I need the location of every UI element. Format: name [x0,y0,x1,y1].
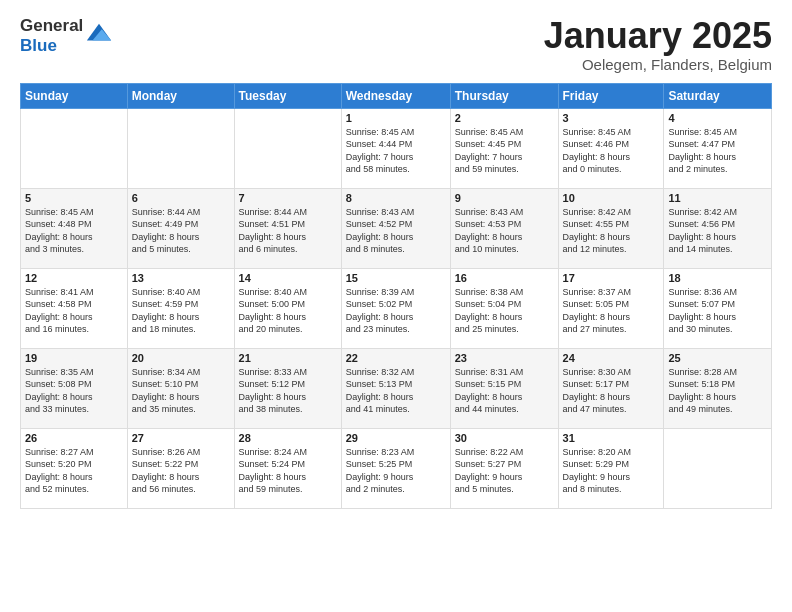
logo-general: General [20,16,83,36]
day-number: 16 [455,272,554,284]
week-row-5: 26Sunrise: 8:27 AM Sunset: 5:20 PM Dayli… [21,428,772,508]
calendar-cell: 31Sunrise: 8:20 AM Sunset: 5:29 PM Dayli… [558,428,664,508]
day-info: Sunrise: 8:43 AM Sunset: 4:52 PM Dayligh… [346,206,446,256]
day-number: 23 [455,352,554,364]
day-info: Sunrise: 8:30 AM Sunset: 5:17 PM Dayligh… [563,366,660,416]
day-info: Sunrise: 8:42 AM Sunset: 4:56 PM Dayligh… [668,206,767,256]
header: General Blue January 2025 Oelegem, Fland… [20,16,772,73]
calendar-cell: 14Sunrise: 8:40 AM Sunset: 5:00 PM Dayli… [234,268,341,348]
day-number: 13 [132,272,230,284]
calendar-cell: 1Sunrise: 8:45 AM Sunset: 4:44 PM Daylig… [341,108,450,188]
day-number: 31 [563,432,660,444]
day-info: Sunrise: 8:45 AM Sunset: 4:46 PM Dayligh… [563,126,660,176]
calendar-cell: 8Sunrise: 8:43 AM Sunset: 4:52 PM Daylig… [341,188,450,268]
day-info: Sunrise: 8:28 AM Sunset: 5:18 PM Dayligh… [668,366,767,416]
weekday-header-thursday: Thursday [450,83,558,108]
month-title: January 2025 [544,16,772,56]
day-number: 7 [239,192,337,204]
calendar-cell: 24Sunrise: 8:30 AM Sunset: 5:17 PM Dayli… [558,348,664,428]
day-info: Sunrise: 8:39 AM Sunset: 5:02 PM Dayligh… [346,286,446,336]
calendar-cell: 27Sunrise: 8:26 AM Sunset: 5:22 PM Dayli… [127,428,234,508]
calendar-cell [234,108,341,188]
day-number: 18 [668,272,767,284]
calendar-cell: 13Sunrise: 8:40 AM Sunset: 4:59 PM Dayli… [127,268,234,348]
day-number: 15 [346,272,446,284]
logo: General Blue [20,16,113,55]
calendar-cell: 23Sunrise: 8:31 AM Sunset: 5:15 PM Dayli… [450,348,558,428]
weekday-header-row: SundayMondayTuesdayWednesdayThursdayFrid… [21,83,772,108]
day-info: Sunrise: 8:20 AM Sunset: 5:29 PM Dayligh… [563,446,660,496]
day-info: Sunrise: 8:31 AM Sunset: 5:15 PM Dayligh… [455,366,554,416]
day-info: Sunrise: 8:44 AM Sunset: 4:51 PM Dayligh… [239,206,337,256]
week-row-1: 1Sunrise: 8:45 AM Sunset: 4:44 PM Daylig… [21,108,772,188]
week-row-4: 19Sunrise: 8:35 AM Sunset: 5:08 PM Dayli… [21,348,772,428]
day-number: 1 [346,112,446,124]
logo-icon [85,20,113,48]
day-info: Sunrise: 8:24 AM Sunset: 5:24 PM Dayligh… [239,446,337,496]
day-number: 30 [455,432,554,444]
calendar-cell: 6Sunrise: 8:44 AM Sunset: 4:49 PM Daylig… [127,188,234,268]
calendar-cell: 5Sunrise: 8:45 AM Sunset: 4:48 PM Daylig… [21,188,128,268]
day-info: Sunrise: 8:34 AM Sunset: 5:10 PM Dayligh… [132,366,230,416]
day-info: Sunrise: 8:41 AM Sunset: 4:58 PM Dayligh… [25,286,123,336]
calendar-cell: 2Sunrise: 8:45 AM Sunset: 4:45 PM Daylig… [450,108,558,188]
day-number: 25 [668,352,767,364]
calendar-cell: 9Sunrise: 8:43 AM Sunset: 4:53 PM Daylig… [450,188,558,268]
day-info: Sunrise: 8:40 AM Sunset: 4:59 PM Dayligh… [132,286,230,336]
day-info: Sunrise: 8:33 AM Sunset: 5:12 PM Dayligh… [239,366,337,416]
calendar-cell [664,428,772,508]
day-number: 3 [563,112,660,124]
calendar-cell: 3Sunrise: 8:45 AM Sunset: 4:46 PM Daylig… [558,108,664,188]
day-number: 27 [132,432,230,444]
calendar-cell: 18Sunrise: 8:36 AM Sunset: 5:07 PM Dayli… [664,268,772,348]
day-number: 29 [346,432,446,444]
calendar-cell: 28Sunrise: 8:24 AM Sunset: 5:24 PM Dayli… [234,428,341,508]
day-info: Sunrise: 8:38 AM Sunset: 5:04 PM Dayligh… [455,286,554,336]
weekday-header-tuesday: Tuesday [234,83,341,108]
calendar-cell: 20Sunrise: 8:34 AM Sunset: 5:10 PM Dayli… [127,348,234,428]
calendar-cell: 4Sunrise: 8:45 AM Sunset: 4:47 PM Daylig… [664,108,772,188]
title-block: January 2025 Oelegem, Flanders, Belgium [544,16,772,73]
calendar-cell: 19Sunrise: 8:35 AM Sunset: 5:08 PM Dayli… [21,348,128,428]
weekday-header-saturday: Saturday [664,83,772,108]
day-info: Sunrise: 8:44 AM Sunset: 4:49 PM Dayligh… [132,206,230,256]
day-number: 10 [563,192,660,204]
calendar-cell: 11Sunrise: 8:42 AM Sunset: 4:56 PM Dayli… [664,188,772,268]
day-number: 17 [563,272,660,284]
day-number: 4 [668,112,767,124]
day-number: 12 [25,272,123,284]
week-row-2: 5Sunrise: 8:45 AM Sunset: 4:48 PM Daylig… [21,188,772,268]
day-info: Sunrise: 8:26 AM Sunset: 5:22 PM Dayligh… [132,446,230,496]
day-info: Sunrise: 8:32 AM Sunset: 5:13 PM Dayligh… [346,366,446,416]
day-number: 19 [25,352,123,364]
calendar-cell: 29Sunrise: 8:23 AM Sunset: 5:25 PM Dayli… [341,428,450,508]
week-row-3: 12Sunrise: 8:41 AM Sunset: 4:58 PM Dayli… [21,268,772,348]
day-number: 14 [239,272,337,284]
day-info: Sunrise: 8:27 AM Sunset: 5:20 PM Dayligh… [25,446,123,496]
calendar-cell: 16Sunrise: 8:38 AM Sunset: 5:04 PM Dayli… [450,268,558,348]
page: General Blue January 2025 Oelegem, Fland… [0,0,792,519]
calendar: SundayMondayTuesdayWednesdayThursdayFrid… [20,83,772,509]
day-info: Sunrise: 8:45 AM Sunset: 4:45 PM Dayligh… [455,126,554,176]
day-number: 5 [25,192,123,204]
day-info: Sunrise: 8:40 AM Sunset: 5:00 PM Dayligh… [239,286,337,336]
day-info: Sunrise: 8:42 AM Sunset: 4:55 PM Dayligh… [563,206,660,256]
day-number: 28 [239,432,337,444]
calendar-cell: 10Sunrise: 8:42 AM Sunset: 4:55 PM Dayli… [558,188,664,268]
weekday-header-monday: Monday [127,83,234,108]
day-info: Sunrise: 8:45 AM Sunset: 4:47 PM Dayligh… [668,126,767,176]
day-number: 9 [455,192,554,204]
day-number: 6 [132,192,230,204]
day-number: 8 [346,192,446,204]
day-number: 11 [668,192,767,204]
calendar-cell [127,108,234,188]
calendar-cell: 22Sunrise: 8:32 AM Sunset: 5:13 PM Dayli… [341,348,450,428]
weekday-header-sunday: Sunday [21,83,128,108]
calendar-cell: 7Sunrise: 8:44 AM Sunset: 4:51 PM Daylig… [234,188,341,268]
day-number: 24 [563,352,660,364]
calendar-cell: 21Sunrise: 8:33 AM Sunset: 5:12 PM Dayli… [234,348,341,428]
day-number: 20 [132,352,230,364]
day-info: Sunrise: 8:43 AM Sunset: 4:53 PM Dayligh… [455,206,554,256]
day-info: Sunrise: 8:22 AM Sunset: 5:27 PM Dayligh… [455,446,554,496]
calendar-cell: 26Sunrise: 8:27 AM Sunset: 5:20 PM Dayli… [21,428,128,508]
